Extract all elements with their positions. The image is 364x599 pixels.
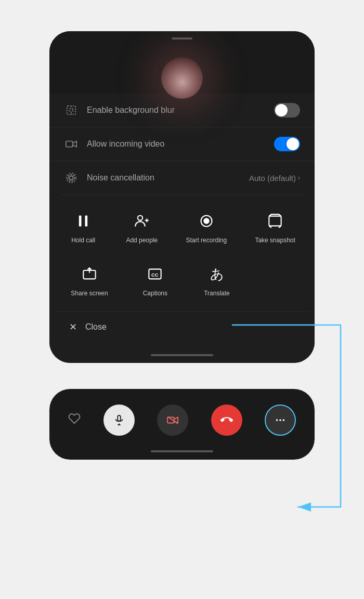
- svg-point-10: [138, 216, 142, 220]
- snapshot-icon: [264, 210, 287, 232]
- more-button[interactable]: [265, 405, 296, 436]
- svg-rect-8: [79, 216, 82, 227]
- end-call-button[interactable]: [211, 405, 242, 436]
- svg-point-6: [68, 175, 75, 181]
- call-bar: [49, 389, 315, 446]
- svg-rect-15: [269, 216, 281, 226]
- noise-value: Auto (default): [249, 174, 296, 183]
- video-off-button[interactable]: [157, 405, 188, 436]
- mic-button[interactable]: [103, 405, 135, 436]
- captions-button[interactable]: CC Captions: [134, 258, 176, 301]
- incoming-video-label: Allow incoming video: [87, 139, 274, 149]
- start-recording-button[interactable]: Start recording: [179, 205, 233, 248]
- share-screen-button[interactable]: Share screen: [64, 258, 114, 301]
- svg-point-28: [283, 419, 285, 421]
- avatar: [161, 57, 203, 99]
- svg-point-26: [276, 419, 278, 421]
- noise-cancellation-label: Noise cancellation: [87, 173, 249, 183]
- incoming-video-toggle[interactable]: [274, 137, 300, 151]
- video-icon: [64, 137, 79, 151]
- share-screen-label: Share screen: [71, 290, 108, 297]
- drag-handle[interactable]: [172, 37, 192, 40]
- close-x-icon: ✕: [69, 321, 77, 333]
- cc-icon: CC: [144, 263, 166, 285]
- call-home-indicator: [49, 446, 315, 460]
- translate-label: Translate: [204, 290, 230, 297]
- svg-point-14: [204, 218, 209, 223]
- background-blur-label: Enable background blur: [87, 106, 274, 115]
- close-button[interactable]: ✕ Close: [55, 311, 309, 342]
- share-screen-icon: [78, 263, 101, 285]
- chevron-icon: ›: [298, 174, 300, 181]
- home-indicator: [151, 354, 213, 356]
- svg-text:CC: CC: [151, 272, 159, 278]
- settings-section: Enable background blur Allow incoming vi…: [49, 94, 315, 194]
- top-phone: Enable background blur Allow incoming vi…: [49, 31, 315, 363]
- bottom-handle: [49, 347, 315, 363]
- background-blur-toggle[interactable]: [274, 103, 300, 118]
- noise-icon: [64, 171, 79, 185]
- translate-button[interactable]: あ Translate: [196, 258, 238, 301]
- favorite-button[interactable]: [68, 412, 81, 428]
- close-label: Close: [85, 322, 107, 332]
- actions-row-1: Hold call Add people: [55, 205, 309, 248]
- incoming-video-row: Allow incoming video: [49, 127, 315, 161]
- add-person-icon: [131, 210, 153, 232]
- record-icon: [195, 210, 218, 232]
- blur-icon: [64, 103, 79, 118]
- add-people-button[interactable]: Add people: [120, 205, 164, 248]
- svg-point-27: [279, 419, 281, 421]
- actions-row-2: Share screen CC Captions あ Translate: [55, 258, 309, 301]
- hold-call-label: Hold call: [71, 237, 95, 244]
- avatar-section: [49, 31, 315, 94]
- translate-icon: あ: [205, 263, 228, 285]
- noise-cancellation-row: Noise cancellation Auto (default) ›: [49, 161, 315, 194]
- hold-call-button[interactable]: Hold call: [62, 205, 104, 248]
- add-people-label: Add people: [126, 237, 158, 244]
- svg-point-5: [69, 176, 73, 179]
- take-snapshot-button[interactable]: Take snapshot: [249, 205, 301, 248]
- bottom-phone: [49, 389, 315, 460]
- svg-rect-9: [85, 216, 88, 227]
- svg-rect-4: [66, 141, 73, 147]
- actions-section: Hold call Add people: [49, 195, 315, 347]
- pause-icon: [72, 210, 95, 232]
- captions-label: Captions: [143, 290, 167, 297]
- svg-rect-21: [118, 415, 121, 421]
- start-recording-label: Start recording: [186, 237, 227, 244]
- svg-point-1: [69, 108, 73, 112]
- take-snapshot-label: Take snapshot: [255, 237, 295, 244]
